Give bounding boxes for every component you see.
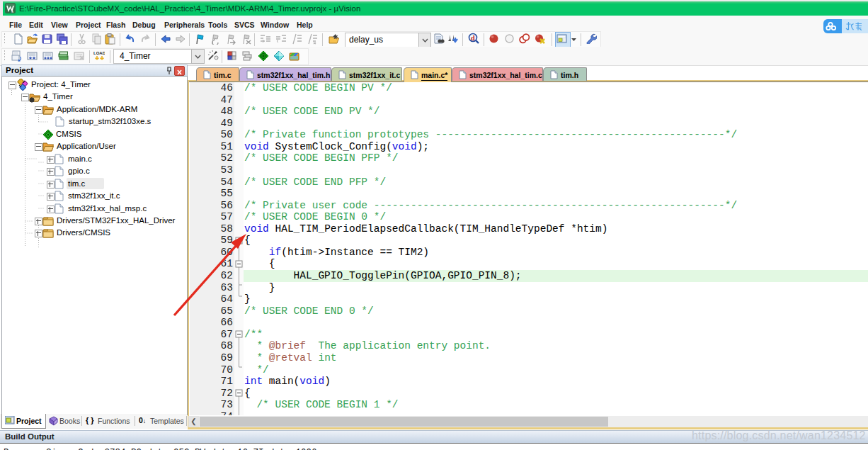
- svg-text:d: d: [471, 34, 475, 42]
- svg-text:s: s: [11, 9, 13, 13]
- svg-text:LOAD: LOAD: [93, 51, 105, 55]
